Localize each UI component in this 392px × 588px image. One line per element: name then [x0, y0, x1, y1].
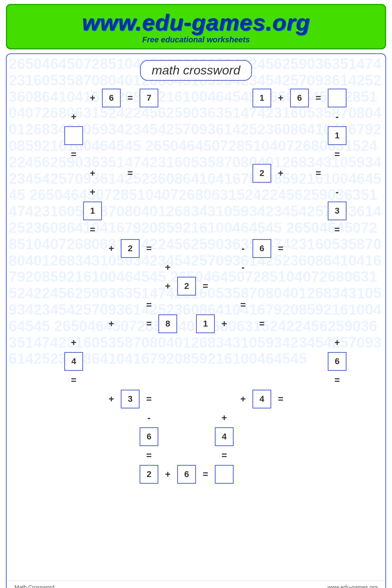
cell-r4c1: [45, 145, 64, 164]
grid-row-13: + = 8 1 + =: [45, 314, 347, 333]
grid-row-16: = =: [45, 371, 347, 390]
cell-r4c7: [158, 145, 177, 164]
cell-r17c13-op: =: [271, 390, 290, 408]
cell-r8c2: [64, 220, 83, 239]
cell-r15c1: [45, 352, 64, 371]
cell-r11c3: [83, 277, 102, 296]
cell-r14c1: [45, 333, 64, 352]
cell-r3c7: [158, 126, 177, 145]
cell-r20c13: [271, 446, 290, 465]
cell-r4c3: [83, 145, 102, 164]
cell-r1c15-op: =: [309, 89, 328, 107]
cell-r21c4: [102, 465, 121, 484]
cell-r2c14: [290, 107, 309, 126]
cell-r17c10: [215, 390, 234, 408]
cell-r2c6: [140, 107, 158, 126]
cell-r11c11: [234, 277, 252, 296]
cell-r18c7: [158, 408, 177, 427]
cell-r20c6-op: =: [140, 446, 158, 465]
cell-r7c2: [64, 201, 83, 220]
cell-r16c12: [252, 371, 271, 390]
cell-r8c15: [309, 220, 328, 239]
cell-r3c6: [140, 126, 158, 145]
cell-r18c16: [328, 408, 347, 427]
cell-r4c6: [140, 145, 158, 164]
cell-r9c2: [64, 239, 83, 258]
grid-row-21: 2 + 6 =: [45, 465, 347, 484]
cell-r3c16: 1: [328, 126, 347, 145]
cell-r15c11: [234, 352, 252, 371]
cell-r12c16: [328, 296, 347, 314]
cell-r2c13: [271, 107, 290, 126]
cell-r19c7: [158, 427, 177, 446]
main-content: 2650464507285104072680631524224562590363…: [6, 53, 386, 588]
grid-row-18: - +: [45, 408, 347, 427]
cell-r19c15: [309, 427, 328, 446]
cell-r19c12: [252, 427, 271, 446]
cell-r20c14: [290, 446, 309, 465]
cell-r21c13: [271, 465, 290, 484]
cell-r20c1: [45, 446, 64, 465]
cell-r15c14: [290, 352, 309, 371]
cell-r13c4-op: +: [102, 314, 121, 333]
cell-r11c2: [64, 277, 83, 296]
cell-r15c10: [215, 352, 234, 371]
cell-r14c8: [177, 333, 196, 352]
cell-r2c10: [215, 107, 234, 126]
cell-r10c11-op: -: [234, 258, 252, 277]
grid-row-2: + -: [45, 107, 347, 126]
cell-r2c3: [83, 107, 102, 126]
cell-r18c4: [102, 408, 121, 427]
cell-r1c14: 6: [290, 89, 309, 107]
cell-r5c9: [196, 164, 215, 183]
cell-r9c13-op: =: [271, 239, 290, 258]
cell-r18c12: [252, 408, 271, 427]
cell-r4c11: [234, 145, 252, 164]
grid-row-17: + 3 = + 4 =: [45, 390, 347, 408]
cell-r4c15: [309, 145, 328, 164]
cell-r21c16: [328, 465, 347, 484]
cell-r11c9-op: =: [196, 277, 215, 296]
cell-r20c2: [64, 446, 83, 465]
grid-row-19: 6 4: [45, 427, 347, 446]
cell-r13c14: [290, 314, 309, 333]
cell-r18c3: [83, 408, 102, 427]
cell-r16c5: [121, 371, 140, 390]
cell-r5c16: [328, 164, 347, 183]
cell-r13c7: 8: [158, 314, 177, 333]
cell-r21c6: 2: [140, 465, 158, 484]
cell-r8c9: [196, 220, 215, 239]
cell-r9c4-op: +: [102, 239, 121, 258]
cell-r13c10-op: +: [215, 314, 234, 333]
cell-r4c2-op: =: [64, 145, 83, 164]
cell-r21c10: [215, 465, 234, 484]
cell-r20c11: [234, 446, 252, 465]
cell-r15c3: [83, 352, 102, 371]
cell-r10c9: [196, 258, 215, 277]
cell-r3c9: [196, 126, 215, 145]
cell-r19c13: [271, 427, 290, 446]
cell-r7c8: [177, 201, 196, 220]
cell-r13c12-op: =: [252, 314, 271, 333]
cell-r3c3: [83, 126, 102, 145]
cell-r13c16: [328, 314, 347, 333]
cell-r4c8: [177, 145, 196, 164]
cell-r19c16: [328, 427, 347, 446]
cell-r15c6: [140, 352, 158, 371]
cell-r15c5: [121, 352, 140, 371]
cell-r10c14: [290, 258, 309, 277]
cell-r5c15-op: =: [309, 164, 328, 183]
cell-r17c3: [83, 390, 102, 408]
cell-r8c4: [102, 220, 121, 239]
grid-row-6: + -: [45, 183, 347, 201]
cell-r15c12: [252, 352, 271, 371]
cell-r14c2-op: +: [64, 333, 83, 352]
cell-r6c2: [64, 183, 83, 201]
cell-r12c4: [102, 296, 121, 314]
cell-r11c15: [309, 277, 328, 296]
cell-r15c4: [102, 352, 121, 371]
cell-r9c8: [177, 239, 196, 258]
cell-r12c3: [83, 296, 102, 314]
cell-r10c13: [271, 258, 290, 277]
cell-r13c8: [177, 314, 196, 333]
